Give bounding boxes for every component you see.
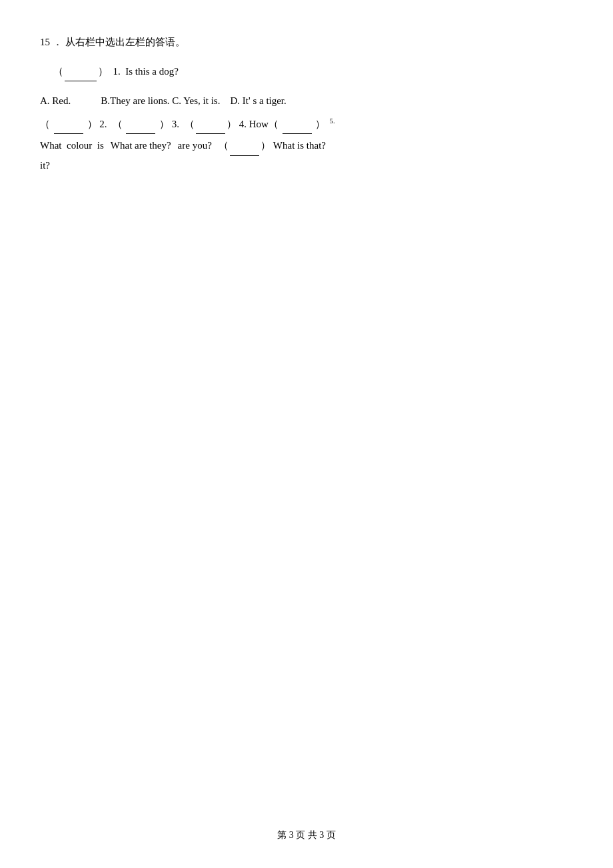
q1-number: 1. — [111, 66, 123, 77]
option-b: B.They are lions. — [101, 95, 169, 106]
q4-paren-label: （ ） — [185, 113, 237, 134]
q5-text: What is that? — [273, 135, 326, 155]
section-15: 15 ． 从右栏中选出左栏的答语。 （ ） 1. Is this a dog? … — [40, 33, 573, 175]
section-number: 15 — [40, 37, 50, 47]
answers-line: A. Red. B.They are lions. C. Yes, it is.… — [40, 91, 573, 111]
q2-item: （ ） 2. — [40, 113, 107, 134]
q5-e-label: 5. — [329, 113, 334, 128]
q5-num-sup: 5. — [329, 113, 334, 128]
option-d: D. It' s a tiger. — [230, 95, 286, 106]
match-questions-block: （ ） 2. （ ） 3. （ ） 4. How（ ） 5. — [40, 113, 573, 175]
question-1: （ ） 1. Is this a dog? — [53, 61, 573, 81]
q2-num: 2. — [97, 114, 107, 134]
q3-paren: （ ） — [113, 113, 170, 134]
q1-text: Is this a dog? — [125, 66, 179, 77]
q3-num: 3. — [169, 114, 179, 134]
option-c: C. Yes, it is. — [172, 95, 220, 106]
q4-num: 4. How（ ） — [237, 113, 325, 134]
q1-paren: （ ） — [53, 66, 108, 77]
section-dot: ． — [53, 37, 63, 47]
q5-paren: （ ） — [219, 135, 271, 156]
q3-item: （ ） 3. — [113, 113, 180, 134]
q2-paren: （ ） — [40, 113, 97, 134]
q3-text: What are they? — [111, 135, 171, 155]
section-instruction: 从右栏中选出左栏的答语。 — [65, 37, 185, 47]
option-a: A. Red. — [40, 95, 71, 106]
q4-text: are you? — [178, 135, 212, 155]
footer-text: 第 3 页 共 3 页 — [277, 830, 336, 840]
section-header: 15 ． 从右栏中选出左栏的答语。 — [40, 33, 573, 51]
page-footer: 第 3 页 共 3 页 — [0, 829, 613, 841]
q2-text: What colour isit? — [40, 135, 104, 175]
q4-item: （ ） 4. How（ ） — [185, 113, 325, 134]
page-content: 15 ． 从右栏中选出左栏的答语。 （ ） 1. Is this a dog? … — [0, 0, 613, 229]
